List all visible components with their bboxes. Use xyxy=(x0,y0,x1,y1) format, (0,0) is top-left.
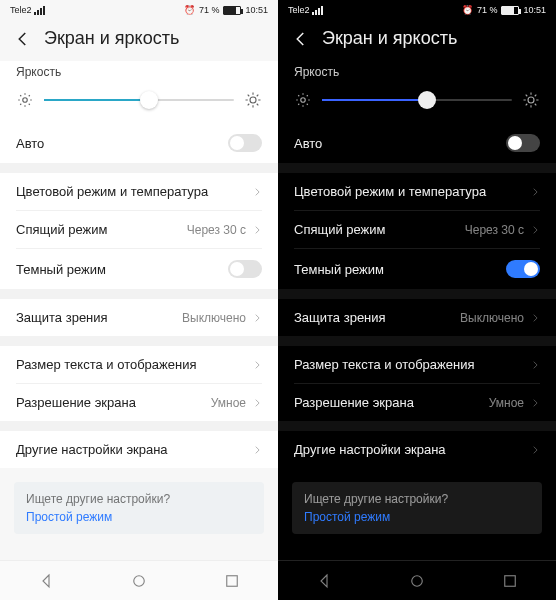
more-label: Другие настройки экрана xyxy=(294,442,530,457)
chevron-right-icon xyxy=(530,225,540,235)
svg-rect-7 xyxy=(504,575,515,586)
color-mode-label: Цветовой режим и температура xyxy=(294,184,530,199)
clock: 10:51 xyxy=(523,5,546,15)
color-mode-label: Цветовой режим и температура xyxy=(16,184,252,199)
resolution-value: Умное xyxy=(489,396,524,410)
dark-mode-label: Темный режим xyxy=(16,262,228,277)
simple-mode-link[interactable]: Простой режим xyxy=(304,510,530,524)
sleep-row[interactable]: Спящий режим Через 30 с xyxy=(0,211,278,248)
color-mode-row[interactable]: Цветовой режим и температура xyxy=(278,173,556,210)
header: Экран и яркость xyxy=(0,18,278,61)
nav-back-icon[interactable] xyxy=(315,572,333,590)
nav-back-icon[interactable] xyxy=(37,572,55,590)
carrier-label: Tele2 xyxy=(10,5,32,15)
hint-box: Ищете другие настройки? Простой режим xyxy=(14,482,264,534)
brightness-label: Яркость xyxy=(0,61,278,85)
svg-point-5 xyxy=(528,97,534,103)
brightness-track[interactable] xyxy=(322,99,512,101)
resolution-value: Умное xyxy=(211,396,246,410)
brightness-low-icon xyxy=(294,91,312,109)
svg-point-4 xyxy=(301,98,306,103)
nav-bar xyxy=(278,560,556,600)
brightness-slider[interactable] xyxy=(278,85,556,123)
sleep-label: Спящий режим xyxy=(294,222,465,237)
alarm-icon: ⏰ xyxy=(184,5,195,15)
more-settings-row[interactable]: Другие настройки экрана xyxy=(0,431,278,468)
text-size-label: Размер текста и отображения xyxy=(294,357,530,372)
nav-recent-icon[interactable] xyxy=(223,572,241,590)
brightness-label: Яркость xyxy=(278,61,556,85)
more-label: Другие настройки экрана xyxy=(16,442,252,457)
back-icon[interactable] xyxy=(292,30,310,48)
chevron-right-icon xyxy=(530,313,540,323)
nav-bar xyxy=(0,560,278,600)
brightness-slider[interactable] xyxy=(0,85,278,123)
sleep-value: Через 30 с xyxy=(465,223,524,237)
brightness-high-icon xyxy=(244,91,262,109)
color-mode-row[interactable]: Цветовой режим и температура xyxy=(0,173,278,210)
sleep-row[interactable]: Спящий режим Через 30 с xyxy=(278,211,556,248)
back-icon[interactable] xyxy=(14,30,32,48)
auto-label: Авто xyxy=(294,136,506,151)
dark-mode-row[interactable]: Темный режим xyxy=(278,249,556,289)
battery-icon xyxy=(501,6,519,15)
page-title: Экран и яркость xyxy=(44,28,179,49)
hint-question: Ищете другие настройки? xyxy=(304,492,530,506)
header: Экран и яркость xyxy=(278,18,556,61)
sleep-value: Через 30 с xyxy=(187,223,246,237)
carrier-label: Tele2 xyxy=(288,5,310,15)
dark-mode-toggle[interactable] xyxy=(506,260,540,278)
auto-label: Авто xyxy=(16,136,228,151)
svg-point-2 xyxy=(134,575,145,586)
chevron-right-icon xyxy=(530,187,540,197)
phone-dark: Tele2 ⏰ 71 % 10:51 Экран и яркость Яркос… xyxy=(278,0,556,600)
resolution-row[interactable]: Разрешение экрана Умное xyxy=(0,384,278,421)
chevron-right-icon xyxy=(252,313,262,323)
battery-icon xyxy=(223,6,241,15)
resolution-row[interactable]: Разрешение экрана Умное xyxy=(278,384,556,421)
auto-toggle[interactable] xyxy=(228,134,262,152)
resolution-label: Разрешение экрана xyxy=(294,395,489,410)
text-size-row[interactable]: Размер текста и отображения xyxy=(278,346,556,383)
chevron-right-icon xyxy=(530,398,540,408)
phone-light: Tele2 ⏰ 71 % 10:51 Экран и яркость Яркос… xyxy=(0,0,278,600)
brightness-high-icon xyxy=(522,91,540,109)
eye-comfort-row[interactable]: Защита зрения Выключено xyxy=(278,299,556,336)
simple-mode-link[interactable]: Простой режим xyxy=(26,510,252,524)
nav-recent-icon[interactable] xyxy=(501,572,519,590)
chevron-right-icon xyxy=(530,360,540,370)
auto-toggle[interactable] xyxy=(506,134,540,152)
svg-point-1 xyxy=(250,97,256,103)
svg-point-6 xyxy=(412,575,423,586)
eye-comfort-value: Выключено xyxy=(460,311,524,325)
eye-comfort-row[interactable]: Защита зрения Выключено xyxy=(0,299,278,336)
nav-home-icon[interactable] xyxy=(408,572,426,590)
svg-rect-3 xyxy=(226,575,237,586)
status-bar: Tele2 ⏰ 71 % 10:51 xyxy=(278,0,556,18)
chevron-right-icon xyxy=(252,398,262,408)
dark-mode-row[interactable]: Темный режим xyxy=(0,249,278,289)
brightness-track[interactable] xyxy=(44,99,234,101)
brightness-low-icon xyxy=(16,91,34,109)
chevron-right-icon xyxy=(530,445,540,455)
text-size-row[interactable]: Размер текста и отображения xyxy=(0,346,278,383)
eye-comfort-label: Защита зрения xyxy=(294,310,460,325)
battery-pct: 71 % xyxy=(477,5,498,15)
dark-mode-label: Темный режим xyxy=(294,262,506,277)
alarm-icon: ⏰ xyxy=(462,5,473,15)
chevron-right-icon xyxy=(252,225,262,235)
hint-box: Ищете другие настройки? Простой режим xyxy=(292,482,542,534)
page-title: Экран и яркость xyxy=(322,28,457,49)
hint-question: Ищете другие настройки? xyxy=(26,492,252,506)
auto-brightness-row[interactable]: Авто xyxy=(0,123,278,163)
auto-brightness-row[interactable]: Авто xyxy=(278,123,556,163)
clock: 10:51 xyxy=(245,5,268,15)
dark-mode-toggle[interactable] xyxy=(228,260,262,278)
status-bar: Tele2 ⏰ 71 % 10:51 xyxy=(0,0,278,18)
more-settings-row[interactable]: Другие настройки экрана xyxy=(278,431,556,468)
sleep-label: Спящий режим xyxy=(16,222,187,237)
svg-point-0 xyxy=(23,98,28,103)
chevron-right-icon xyxy=(252,445,262,455)
battery-pct: 71 % xyxy=(199,5,220,15)
nav-home-icon[interactable] xyxy=(130,572,148,590)
